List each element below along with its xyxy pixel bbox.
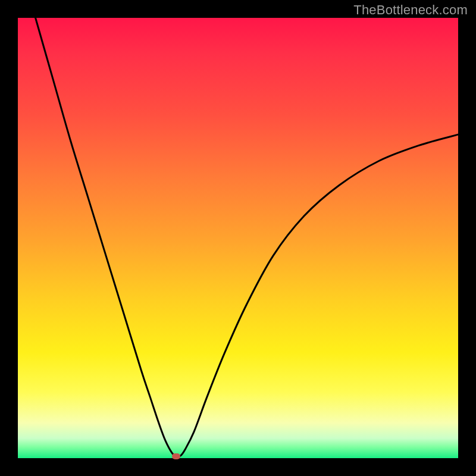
optimal-marker bbox=[172, 453, 180, 459]
chart-frame: TheBottleneck.com bbox=[0, 0, 476, 476]
bottleneck-curve bbox=[18, 18, 458, 458]
plot-area bbox=[18, 18, 458, 458]
watermark-text: TheBottleneck.com bbox=[353, 2, 468, 18]
